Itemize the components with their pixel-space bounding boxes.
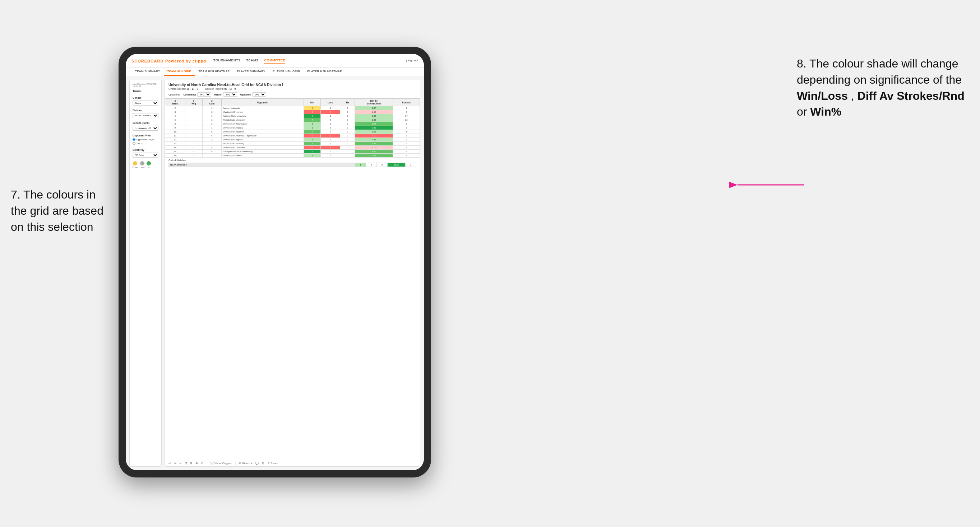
- nav-committee[interactable]: COMMITTEE: [264, 58, 285, 63]
- toolbar-add[interactable]: ⊕: [196, 462, 198, 465]
- cell-opponent: University of Florida: [222, 154, 304, 157]
- cell-reg: -: [185, 110, 202, 114]
- cell-loss: 1: [320, 146, 340, 150]
- od-division: NCAA Division II: [169, 163, 355, 167]
- toolbar-sep1: |: [207, 462, 207, 465]
- sub-nav: TEAM SUMMARY TEAM H2H GRID TEAM H2H HEAT…: [126, 67, 424, 76]
- cell-win: 1: [304, 126, 321, 130]
- cell-diff: 2.28: [355, 114, 393, 118]
- filter-conference: Conference (All): [184, 92, 212, 97]
- nav-teams[interactable]: TEAMS: [246, 58, 258, 63]
- data-table: #Rank #Reg #Conf Opponent Win Loss Tie D…: [165, 98, 420, 460]
- colour-by-select[interactable]: Win/loss: [132, 152, 158, 157]
- opponent-view-radio-group: Opponents Played Top 100: [132, 138, 158, 145]
- col-rounds: Rounds: [393, 99, 420, 106]
- toolbar-grid2[interactable]: ⊞: [190, 462, 192, 465]
- cell-win: 3: [304, 142, 321, 146]
- cell-conf: 5: [202, 146, 221, 150]
- table-row: 2 - 1 Auburn University 2 1 0 1.67 9: [165, 106, 420, 110]
- cell-tie: 0: [340, 154, 355, 157]
- table-row: 8 - 2 University of Washington 1 0 0 3.6…: [165, 122, 420, 126]
- division-record: Division Record: 88 - 17 - 0: [205, 87, 236, 90]
- cell-reg: -: [185, 150, 202, 154]
- opponents-label: Opponents:: [169, 93, 181, 96]
- toolbar-redo[interactable]: ↪: [174, 462, 177, 465]
- cell-rank: 13: [165, 142, 185, 146]
- table-row: 6 - 2 Florida State University 4 2 0 1.8…: [165, 118, 420, 122]
- school-select[interactable]: 1. University of Nort...: [132, 125, 158, 131]
- cell-win: 4: [304, 118, 321, 122]
- sidebar-gender-label: Gender: [132, 97, 158, 99]
- subnav-player-h2h-heatmap[interactable]: PLAYER H2H HEATMAP: [304, 67, 345, 76]
- toolbar-sep2: |: [235, 462, 235, 465]
- cell-rounds: 17: [393, 114, 420, 118]
- toolbar-refresh[interactable]: ⤾: [179, 462, 182, 465]
- col-tie: Tie: [340, 99, 355, 106]
- cell-loss: 0: [320, 122, 340, 126]
- legend-up: Up: [146, 161, 151, 168]
- cell-tie: 0: [340, 138, 355, 142]
- subnav-team-summary[interactable]: TEAM SUMMARY: [132, 67, 164, 76]
- cell-loss: 0: [320, 138, 340, 142]
- filter-row: Opponents: Conference (All) Region (All): [169, 92, 416, 97]
- grid-title: University of North Carolina Head-to-Hea…: [169, 83, 416, 87]
- cell-rank: 12: [165, 138, 185, 142]
- bottom-toolbar: ↩ ↪ ⤾ ⊡ ⊞ ⊕ ⏱ | 📄 View: Original | 👁 Wat…: [165, 460, 420, 466]
- cell-conf: 4: [202, 150, 221, 154]
- cell-conf: 7: [202, 154, 221, 157]
- toolbar-share[interactable]: ↗ Share: [267, 462, 278, 465]
- radio-opponents-played[interactable]: Opponents Played: [132, 138, 158, 141]
- sidebar-school-section: School (Rank) 1. University of Nort...: [132, 122, 158, 131]
- col-reg: #Reg: [185, 99, 202, 106]
- toolbar-view[interactable]: 📄 View: Original: [210, 462, 232, 465]
- toolbar-grid3[interactable]: ⊞: [262, 462, 264, 465]
- cell-reg: -: [185, 106, 202, 110]
- cell-diff: 6.62: [355, 154, 393, 157]
- cell-diff: 1.83: [355, 118, 393, 122]
- col-diff: Diff AvStrokes/Rnd: [355, 99, 393, 106]
- sign-out[interactable]: | Sign out: [406, 59, 418, 62]
- nav-items: TOURNAMENTS TEAMS COMMITTEE: [213, 58, 399, 63]
- opponent-select[interactable]: (All): [252, 92, 266, 97]
- conference-select[interactable]: (All): [197, 92, 211, 97]
- cell-win: 1: [304, 122, 321, 126]
- arrow-right: [732, 178, 804, 192]
- cell-opponent: Texas Tech University: [222, 142, 304, 146]
- toolbar-watch[interactable]: 👁 Watch ▾: [239, 462, 253, 465]
- nav-tournaments[interactable]: TOURNAMENTS: [213, 58, 240, 63]
- cell-win: 3: [304, 130, 321, 134]
- cell-tie: 0: [340, 142, 355, 146]
- annotation-bold3: Win%: [810, 105, 842, 118]
- cell-rank: 10: [165, 130, 185, 134]
- cell-rounds: 3: [393, 146, 420, 150]
- cell-rounds: 9: [393, 150, 420, 154]
- annotation-right-number: 8.: [797, 57, 807, 70]
- gender-select[interactable]: Men's: [132, 100, 158, 106]
- conference-label: Conference: [184, 93, 197, 96]
- cell-opponent: University of Oklahoma: [222, 146, 304, 150]
- toolbar-comment[interactable]: 💬: [255, 462, 259, 465]
- toolbar-timer[interactable]: ⏱: [201, 462, 204, 465]
- cell-opponent: Florida State University: [222, 118, 304, 122]
- cell-rank: 2: [165, 106, 185, 110]
- region-select[interactable]: (All): [223, 92, 237, 97]
- main-content: University of North Carolina Head-to-Hea…: [164, 80, 420, 467]
- cell-reg: -: [185, 114, 202, 118]
- cell-diff: 9.00: [355, 126, 393, 130]
- cell-loss: 1: [320, 134, 340, 138]
- table-row: 15 - 4 Georgia Institute of Technology 5…: [165, 150, 420, 154]
- tablet-screen: SCOREBOARD Powered by clippd TOURNAMENTS…: [126, 54, 424, 470]
- division-select[interactable]: NCAA Division I: [132, 113, 158, 118]
- subnav-team-h2h-grid[interactable]: TEAM H2H GRID: [164, 67, 195, 76]
- cell-tie: 0: [340, 126, 355, 130]
- table-row: 9 - 1 University of Arizona 1 0 0 9.00 2: [165, 126, 420, 130]
- cell-opponent: University of Arizona: [222, 126, 304, 130]
- subnav-player-summary[interactable]: PLAYER SUMMARY: [233, 67, 269, 76]
- cell-win: 1: [304, 138, 321, 142]
- radio-top-100[interactable]: Top 100: [132, 142, 158, 145]
- col-opponent: Opponent: [222, 99, 304, 106]
- subnav-player-h2h-grid[interactable]: PLAYER H2H GRID: [269, 67, 304, 76]
- subnav-team-h2h-heatmap[interactable]: TEAM H2H HEATMAP: [195, 67, 234, 76]
- toolbar-undo[interactable]: ↩: [169, 462, 171, 465]
- toolbar-grid1[interactable]: ⊡: [185, 462, 187, 465]
